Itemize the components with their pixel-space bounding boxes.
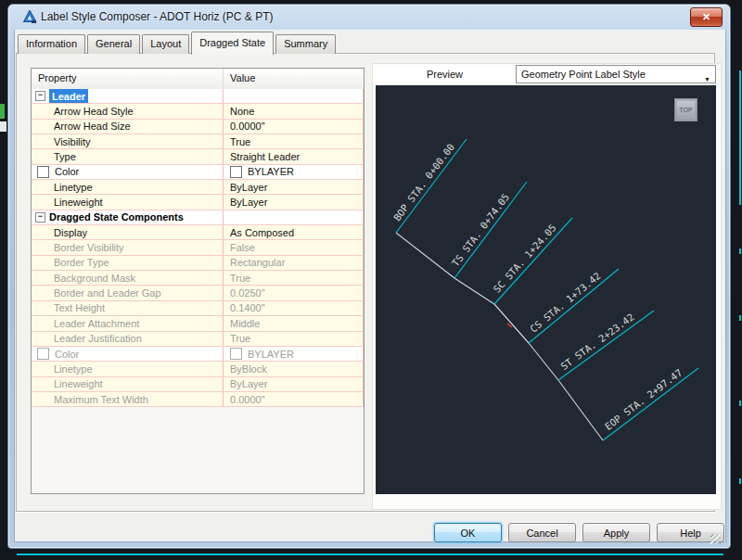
station-label: CS STA. 1+73.42	[528, 270, 603, 335]
property-label: Color	[55, 165, 79, 179]
color-swatch[interactable]	[230, 348, 242, 360]
preview-drawing: BOP STA. 0+00.00TS STA. 0+74.05SC STA. 1…	[376, 85, 716, 494]
leader-line	[494, 218, 572, 304]
property-value: Rectangular	[230, 256, 285, 270]
tab-layout[interactable]: Layout	[142, 34, 189, 54]
property-row: LinetypeByBlock	[32, 362, 364, 376]
property-label: Lineweight	[54, 195, 103, 209]
property-value: ByBlock	[230, 362, 267, 375]
property-value: 0.1400"	[230, 301, 265, 315]
station-label-group: EOP STA. 2+97.47	[603, 366, 698, 440]
station-label: TS STA. 0+74.05	[450, 191, 512, 268]
ok-button[interactable]: OK	[434, 523, 502, 542]
cancel-button[interactable]: Cancel	[508, 523, 576, 542]
close-button[interactable]: ✕	[690, 7, 723, 27]
property-value: 0.0000"	[230, 120, 265, 134]
property-row: Border and Leader Gap0.0250"	[32, 286, 364, 300]
resize-grip[interactable]	[710, 534, 721, 544]
property-label: Background Mask	[54, 271, 135, 285]
bg-fragment-cyan-dot1	[739, 248, 741, 254]
station-label-group: SC STA. 1+24.05	[491, 218, 572, 304]
property-label: Leader Attachment	[54, 316, 139, 330]
station-label: SC STA. 1+24.05	[491, 222, 557, 294]
property-row[interactable]: Arrow Head StyleNone	[32, 104, 364, 119]
bg-fragment-cyan-dot3	[739, 401, 741, 406]
window-title: Label Style Composer - ADOT Horiz (PC & …	[41, 10, 274, 23]
station-label: ST STA. 2+23.42	[558, 312, 636, 373]
property-value: Middle	[230, 316, 260, 330]
property-label: Linetype	[54, 362, 93, 375]
property-value: False	[230, 240, 255, 254]
property-row: Border TypeRectangular	[32, 256, 364, 271]
property-value: True	[230, 271, 250, 285]
property-row: ColorBYLAYER	[32, 347, 364, 362]
bg-fragment-cyan-baseline	[17, 554, 723, 555]
property-row[interactable]: LinetypeByLayer	[32, 180, 364, 195]
preview-label: Preview	[376, 66, 514, 83]
property-row[interactable]: −Dragged State Components	[32, 210, 364, 225]
bg-fragment-cyan-vline	[739, 70, 741, 205]
property-row[interactable]: Arrow Head Size0.0000"	[32, 120, 364, 134]
bg-fragment-cyan-dot4	[739, 478, 741, 484]
color-swatch[interactable]	[230, 166, 242, 178]
bg-fragment-green-dash	[0, 104, 5, 119]
station-label-group: BOP STA. 0+00.00	[391, 139, 467, 233]
station-label: EOP STA. 2+97.47	[603, 366, 684, 432]
apply-button[interactable]: Apply	[582, 523, 650, 542]
property-row: Text Height0.1400"	[32, 301, 364, 316]
property-label: Arrow Head Size	[54, 120, 131, 134]
property-value: As Composed	[230, 225, 294, 239]
property-row[interactable]: −Leader	[32, 89, 364, 104]
property-value: 0.0000"	[230, 392, 265, 406]
tab-summary[interactable]: Summary	[275, 34, 336, 54]
property-label: Visibility	[54, 134, 91, 148]
group-label: Dragged State Components	[49, 210, 184, 224]
group-label: Leader	[49, 89, 88, 103]
property-label: Linetype	[54, 180, 93, 194]
column-header-property: Property	[32, 69, 224, 89]
station-label-group: ST STA. 2+23.42	[558, 311, 654, 380]
property-label: Text Height	[54, 301, 105, 315]
style-select[interactable]: Geometry Point Label Style ▼	[516, 65, 716, 83]
station-label: BOP STA. 0+00.00	[391, 141, 456, 223]
table-header: Property Value	[32, 69, 364, 90]
property-row: Leader JustificationTrue	[32, 332, 364, 347]
collapse-toggle-icon[interactable]: −	[35, 91, 45, 101]
property-label: Arrow Head Style	[54, 104, 134, 118]
tab-general[interactable]: General	[87, 34, 140, 54]
leader-line	[603, 368, 698, 440]
property-value: BYLAYER	[248, 347, 294, 361]
color-swatch[interactable]	[37, 166, 49, 178]
viewcube-top-button[interactable]: TOP	[674, 98, 697, 121]
bg-fragment-cyan-dot2	[739, 315, 741, 321]
column-header-value: Value	[224, 69, 364, 89]
color-swatch[interactable]	[37, 348, 49, 360]
property-row[interactable]: ColorBYLAYER	[32, 165, 364, 180]
property-value: BYLAYER	[248, 165, 294, 179]
alignment-polyline	[396, 233, 603, 440]
leader-line	[396, 139, 467, 233]
property-row: Leader AttachmentMiddle	[32, 316, 364, 331]
tab-dragged-state[interactable]: Dragged State	[191, 32, 274, 55]
property-value: None	[230, 104, 254, 118]
property-label: Border and Leader Gap	[54, 286, 161, 299]
property-row[interactable]: TypeStraight Leader	[32, 149, 364, 164]
property-row[interactable]: DisplayAs Composed	[32, 225, 364, 240]
property-label: Type	[54, 149, 76, 163]
app-icon	[22, 8, 38, 24]
property-row: Border VisibilityFalse	[32, 240, 364, 255]
property-value: Straight Leader	[230, 149, 300, 163]
close-icon: ✕	[702, 11, 710, 22]
table-body: −LeaderArrow Head StyleNoneArrow Head Si…	[32, 89, 364, 407]
property-row[interactable]: LineweightByLayer	[32, 195, 364, 210]
property-table: Property Value −LeaderArrow Head StyleNo…	[31, 68, 365, 494]
property-value: True	[230, 134, 250, 148]
property-value: 0.0250"	[230, 286, 265, 299]
property-row[interactable]: VisibilityTrue	[32, 134, 364, 149]
style-select-value: Geometry Point Label Style	[521, 69, 646, 80]
collapse-toggle-icon[interactable]: −	[35, 212, 45, 223]
property-value: ByLayer	[230, 377, 267, 391]
tab-information[interactable]: Information	[18, 34, 85, 54]
screen: { "window": { "title": "Label Style Comp…	[0, 0, 742, 560]
property-value: True	[230, 332, 250, 346]
